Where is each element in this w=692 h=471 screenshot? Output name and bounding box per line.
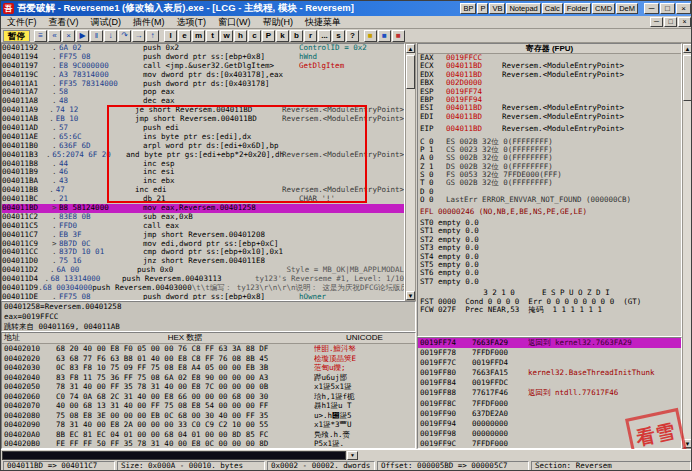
toolbar-letter-button-r[interactable]: r: [304, 30, 317, 42]
plugin-icon-1[interactable]: ■: [364, 30, 377, 42]
scroll-up-icon[interactable]: ▲: [683, 44, 692, 53]
menu-item-0[interactable]: 文件(F): [1, 16, 43, 29]
toolbar-letter-button-b[interactable]: b: [290, 30, 303, 42]
hex-dump-row[interactable]: 0040204083 F8 11 75 36 FF 75 08 6A 02 E8…: [2, 373, 415, 383]
disasm-row[interactable]: 00401197.E8 9C000000call <jmp.&user32.Ge…: [2, 62, 404, 71]
command-history-dropdown-icon[interactable]: ▼: [347, 451, 358, 460]
flag-row[interactable]: D 0: [418, 188, 681, 196]
main-scrollbar[interactable]: ▲ ▼: [682, 43, 692, 449]
mdi-restore-button[interactable]: □: [664, 17, 677, 27]
menu-item-6[interactable]: 帮助(H): [257, 16, 300, 29]
close-button[interactable]: ×: [676, 3, 691, 14]
close-icon[interactable]: ×: [62, 30, 75, 42]
hex-dump-row[interactable]: 004020300C 83 F8 10 75 09 FF 75 08 E8 A4…: [2, 363, 415, 373]
stack-row[interactable]: 0019FF807663FA15kernel32.BaseThreadInitT…: [418, 368, 681, 378]
minimize-button[interactable]: ─: [644, 3, 659, 14]
stack-row[interactable]: 0019FF7C0019FFD4: [418, 358, 681, 368]
menu-item-7[interactable]: 快捷菜单: [299, 16, 347, 29]
disassembly-pane[interactable]: 00401192.6A 02push 0x2ControlID = 0x2004…: [1, 43, 405, 301]
register-row[interactable]: EDI004011BDReversem.<ModuleEntryPoint>: [418, 113, 681, 121]
toolbar-letter-button-s[interactable]: s: [332, 30, 345, 42]
quick-button-notepad[interactable]: Notepad: [506, 3, 540, 14]
open-icon[interactable]: ≡: [34, 30, 47, 42]
flag-row[interactable]: T 0GS 002B 32位 0(FFFFFFFF): [418, 179, 681, 187]
execute-till-return-icon[interactable]: ↑: [146, 30, 159, 42]
flag-row[interactable]: A 0SS 002B 32位 0(FFFFFFFF): [418, 154, 681, 162]
hex-dump-row[interactable]: 0040207040 00 68 13 31 40 00 FF 75 08 E8…: [2, 401, 415, 411]
maximize-button[interactable]: □: [660, 3, 675, 14]
toolbar-letter-button-c[interactable]: c: [248, 30, 261, 42]
fpu-st-row[interactable]: ST6 empty 0.0: [418, 269, 681, 277]
hex-dump-row[interactable]: 00402060C0 74 0A 68 2C 31 40 00 E8 66 00…: [2, 392, 415, 402]
quick-button-folder[interactable]: Folder: [564, 3, 591, 14]
quick-button-p[interactable]: P: [477, 3, 488, 14]
hex-dump-row[interactable]: 0040201068 20 40 00 E8 F0 05 00 00 76 C8…: [2, 344, 415, 354]
toolbar-letter-button-e[interactable]: e: [178, 30, 191, 42]
fpu-st-row[interactable]: ST4 empty 0.0: [418, 253, 681, 261]
disasm-row[interactable]: 0040119C.A3 78314000mov dword ptr ds:[0x…: [2, 71, 404, 80]
flag-row[interactable]: P 1CS 0023 32位 0(FFFFFFFF): [418, 146, 681, 154]
register-row[interactable]: EIP004011BDReversem.<ModuleEntryPoint>: [418, 125, 681, 133]
disasm-row[interactable]: 004011C5.FFD0call eax: [2, 222, 404, 231]
hex-dump-row[interactable]: 0040209078 31 40 00 E8 2A 00 00 00 33 C0…: [2, 420, 415, 430]
toolbar-letter-button-P[interactable]: P: [262, 30, 275, 42]
disasm-row[interactable]: 004011C9>8B7D 0Cmov edi,dword ptr ss:[eb…: [2, 240, 404, 249]
fpu-st-row[interactable]: ST3 empty 0.0: [418, 244, 681, 252]
stack-row[interactable]: 0019FF787FFDF000: [418, 348, 681, 358]
title-bar[interactable]: 吾 吾爱破解 - Reverseme1 (修改输入表后).exe - [LCG …: [1, 1, 692, 16]
disasm-row[interactable]: 004011D0.75 16jnz short Reversem.004011E…: [2, 257, 404, 266]
plugin-icon-3[interactable]: ■: [392, 30, 405, 42]
hex-dump-pane[interactable]: 地址HEX 数据UNICODE0040201068 20 40 00 E8 F0…: [1, 332, 416, 449]
command-input[interactable]: [2, 451, 346, 460]
step-into-icon[interactable]: ↓: [104, 30, 117, 42]
hex-dump-row[interactable]: 0040208075 08 E8 3E 00 00 00 EB 0C 68 00…: [2, 411, 415, 421]
scrollbar-thumb[interactable]: [406, 55, 415, 89]
toolbar-letter-button-m[interactable]: m: [192, 30, 205, 42]
menu-item-1[interactable]: 查看(V): [43, 16, 85, 29]
disasm-row[interactable]: 004011BA.43inc ebx: [2, 177, 404, 186]
registers-pane[interactable]: 寄存器 (FPU)EAX0019FFCCECX004011BDReversem.…: [417, 43, 682, 337]
disassembly-scrollbar[interactable]: ▲ ▼: [405, 43, 416, 301]
stack-row[interactable]: 0019FF8C7FFDF000: [418, 399, 681, 409]
fpu-st-row[interactable]: ST7 empty 0.0: [418, 278, 681, 286]
disasm-row[interactable]: 004011B3.65:2074 6F 20and byte ptr gs:[e…: [2, 151, 404, 160]
flag-row[interactable]: O 0LastErr ERROR_ENVVAR_NOT_FOUND (00000…: [418, 196, 681, 204]
fpu-st-row[interactable]: ST0 empty 0.0: [418, 219, 681, 227]
toolbar-letter-button-l[interactable]: l: [164, 30, 177, 42]
disasm-row[interactable]: 004011A1.FF35 78314000push dword ptr ds:…: [2, 80, 404, 89]
quick-button-bp[interactable]: BP: [460, 3, 476, 14]
disasm-row[interactable]: 004011A8.48dec eax: [2, 97, 404, 106]
scroll-down-icon[interactable]: ▼: [406, 291, 415, 300]
disasm-row[interactable]: 00401194.FF75 08push dword ptr ss:[ebp+0…: [2, 53, 404, 62]
pause-icon[interactable]: ‖: [90, 30, 103, 42]
quick-button-cmd[interactable]: CMD: [592, 3, 615, 14]
disasm-row[interactable]: 00401192.6A 02push 0x2ControlID = 0x2: [2, 44, 404, 53]
quick-button-calc[interactable]: Calc: [542, 3, 563, 14]
scrollbar-thumb[interactable]: [683, 55, 692, 101]
stack-row[interactable]: 0019FF8877617F46返回到 ntdll.77617F46: [418, 388, 681, 398]
disasm-row[interactable]: 004011D4.68 13314000push Reversem.004031…: [2, 275, 404, 284]
trace-into-icon[interactable]: →: [132, 30, 145, 42]
disasm-row[interactable]: 004011CC.837D 10 01cmp dword ptr ss:[ebp…: [2, 248, 404, 257]
toolbar-letter-button-...[interactable]: ...: [318, 30, 331, 42]
disasm-row[interactable]: 004011B9.46inc esi: [2, 168, 404, 177]
disasm-row[interactable]: 004011AB.EB 10jmp short Reversem.004011B…: [2, 115, 404, 124]
disasm-row[interactable]: 004011D9.68 00304000push Reversem.004030…: [2, 284, 404, 293]
toolbar-letter-button-h[interactable]: h: [234, 30, 247, 42]
stack-row[interactable]: 0019FF840019FFDC: [418, 378, 681, 388]
disasm-row[interactable]: 004011B0.636F 6Darpl word ptr ds:[edi+0x…: [2, 142, 404, 151]
scroll-up-icon[interactable]: ▲: [406, 44, 415, 53]
disasm-row[interactable]: 004011C2.83E8 0Bsub eax,0xB: [2, 213, 404, 222]
hex-dump-row[interactable]: 0040202063 68 77 F6 63 B8 01 40 00 E8 C8…: [2, 354, 415, 364]
plugin-icon-2[interactable]: ■: [378, 30, 391, 42]
menu-item-3[interactable]: 插件(M): [127, 16, 171, 29]
fpu-st-row[interactable]: ST1 empty 0.0: [418, 227, 681, 235]
flag-row[interactable]: Z 1DS 002B 32位 0(FFFFFFFF): [418, 163, 681, 171]
mdi-close-button[interactable]: ×: [678, 17, 691, 27]
stack-row[interactable]: 0019FF747663FA29返回到 kernel32.7663FA29: [418, 338, 681, 348]
menu-item-2[interactable]: 调试(D): [85, 16, 128, 29]
disasm-row[interactable]: 004011DE.FF75 08push dword ptr ss:[ebp+0…: [2, 293, 404, 301]
hex-dump-row[interactable]: 0040205078 31 40 00 FF 35 78 31 40 00 E8…: [2, 382, 415, 392]
disasm-row[interactable]: 004011C7.EB 3Fjmp short Reversem.0040120…: [2, 231, 404, 240]
disasm-row[interactable]: 004011BD>B8 58124000mov eax,Reversem.004…: [2, 204, 404, 213]
